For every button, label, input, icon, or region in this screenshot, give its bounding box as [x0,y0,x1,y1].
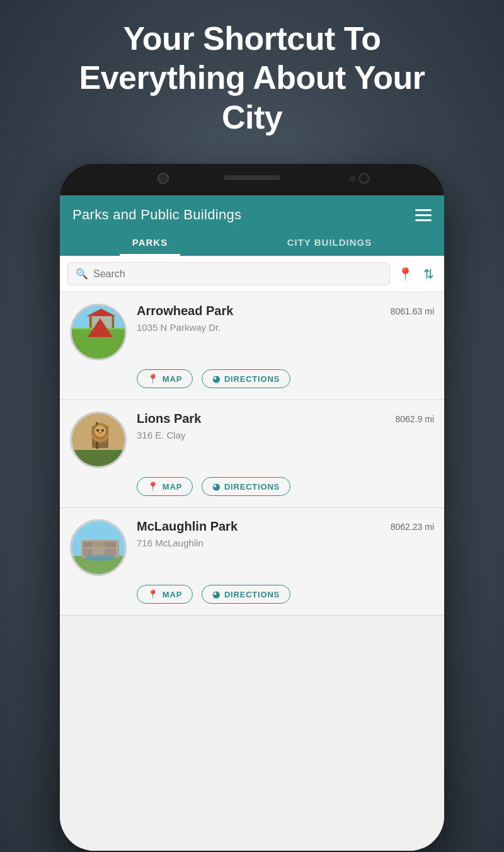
directions-icon-lions: ◕ [212,481,220,492]
park-distance-mclaughlin: 8062.23 mi [391,522,434,532]
app-header-top: Parks and Public Buildings [72,207,432,231]
park-avatar-mclaughlin-svg [72,521,127,576]
map-label-lions: MAP [163,482,182,492]
map-label-mclaughlin: MAP [163,590,182,599]
directions-icon-mclaughlin: ◕ [212,589,220,599]
directions-icon-arrowhead: ◕ [212,374,220,384]
hamburger-line-2 [415,214,432,216]
hamburger-menu-button[interactable] [415,209,432,221]
directions-label-mclaughlin: DIRECTIONS [224,590,280,599]
hamburger-line-1 [415,209,432,211]
park-info-lions: Lions Park 8062.9 mi 316 E. Clay [137,412,434,440]
park-info-arrowhead: Arrowhead Park 8061.63 mi 1035 N Parkway… [137,304,434,333]
front-camera-right [358,173,370,184]
svg-point-17 [98,432,102,434]
location-filter-icon[interactable]: 📍 [395,264,416,284]
park-address-arrowhead: 1035 N Parkway Dr. [137,322,434,333]
app-title: Parks and Public Buildings [72,207,241,223]
park-item-mclaughlin: McLaughlin Park 8062.23 mi 716 McLaughli… [60,508,444,616]
map-icon-lions: 📍 [147,481,159,492]
parks-list: Arrowhead Park 8061.63 mi 1035 N Parkway… [60,292,444,851]
app-header: Parks and Public Buildings PARKS CITY BU… [60,195,444,256]
park-name-row: Arrowhead Park 8061.63 mi [137,304,434,318]
phone-top-bar [60,164,444,195]
tab-parks[interactable]: PARKS [120,231,180,256]
tab-bar: PARKS CITY BUILDINGS [72,231,432,256]
park-distance-arrowhead: 8061.63 mi [391,306,434,316]
park-address-lions: 316 E. Clay [137,430,434,440]
map-label-arrowhead: MAP [163,374,182,384]
park-item-lions: Lions Park 8062.9 mi 316 E. Clay 📍 MAP ◕… [60,400,444,508]
park-name-row-lions: Lions Park 8062.9 mi [137,412,434,426]
svg-point-16 [101,429,104,432]
park-actions-arrowhead: 📍 MAP ◕ DIRECTIONS [137,369,434,388]
park-item-top: Arrowhead Park 8061.63 mi 1035 N Parkway… [70,304,434,360]
park-avatar-mclaughlin [70,519,127,576]
park-avatar-lions [70,412,127,468]
svg-rect-4 [88,316,114,328]
phone-speaker [224,175,280,180]
svg-rect-26 [105,548,116,556]
filter-icons-group: 📍 ⇅ [395,264,437,284]
svg-rect-8 [72,450,127,468]
phone-sensor [350,176,356,182]
park-distance-lions: 8062.9 mi [396,414,434,424]
park-actions-mclaughlin: 📍 MAP ◕ DIRECTIONS [137,585,434,604]
phone-frame: Parks and Public Buildings PARKS CITY BU… [60,164,444,851]
search-icon: 🔍 [76,268,88,280]
directions-button-arrowhead[interactable]: ◕ DIRECTIONS [202,369,290,388]
svg-point-27 [84,555,116,561]
front-camera-left [158,173,169,184]
map-icon-arrowhead: 📍 [147,374,159,384]
svg-rect-24 [83,548,93,556]
map-button-arrowhead[interactable]: 📍 MAP [137,369,193,388]
park-name-lions: Lions Park [137,412,201,426]
park-item-top-mclaughlin: McLaughlin Park 8062.23 mi 716 McLaughli… [70,519,434,576]
map-icon-mclaughlin: 📍 [147,589,159,599]
hero-title: Your Shortcut To Everything About Your C… [0,0,504,149]
directions-label-lions: DIRECTIONS [224,482,280,492]
directions-button-lions[interactable]: ◕ DIRECTIONS [202,477,290,496]
hamburger-line-3 [415,219,432,221]
park-item-arrowhead: Arrowhead Park 8061.63 mi 1035 N Parkway… [60,292,444,400]
svg-rect-1 [72,334,125,359]
svg-point-14 [94,425,106,437]
map-button-mclaughlin[interactable]: 📍 MAP [137,585,193,604]
svg-rect-21 [83,542,93,547]
svg-rect-6 [112,316,114,328]
park-actions-lions: 📍 MAP ◕ DIRECTIONS [137,477,434,496]
search-input[interactable] [93,268,382,280]
directions-label-arrowhead: DIRECTIONS [224,374,280,384]
park-name-arrowhead: Arrowhead Park [137,304,233,318]
search-bar-container: 🔍 📍 ⇅ [60,256,444,292]
directions-button-mclaughlin[interactable]: ◕ DIRECTIONS [202,585,290,604]
park-name-row-mclaughlin: McLaughlin Park 8062.23 mi [137,519,434,534]
svg-rect-5 [89,316,92,328]
park-avatar-arrowhead-svg [72,304,125,360]
svg-point-15 [96,429,99,432]
svg-rect-22 [94,542,103,547]
park-address-mclaughlin: 716 McLaughlin [137,538,434,548]
svg-rect-2 [72,328,125,336]
map-button-lions[interactable]: 📍 MAP [137,477,193,496]
search-input-wrapper: 🔍 [67,262,390,285]
park-item-top-lions: Lions Park 8062.9 mi 316 E. Clay [70,412,434,468]
phone-screen: Parks and Public Buildings PARKS CITY BU… [60,195,444,851]
park-avatar-arrowhead [70,304,127,360]
park-name-mclaughlin: McLaughlin Park [137,519,238,534]
sort-az-icon[interactable]: ⇅ [421,264,437,284]
park-info-mclaughlin: McLaughlin Park 8062.23 mi 716 McLaughli… [137,519,434,548]
tab-city-buildings[interactable]: CITY BUILDINGS [275,231,385,256]
park-avatar-lions-svg [72,413,127,468]
svg-rect-23 [105,542,116,547]
